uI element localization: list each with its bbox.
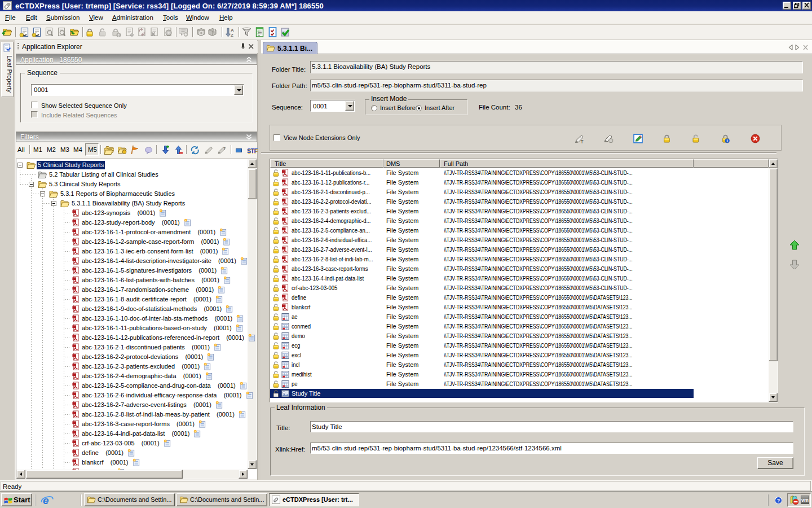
svg-text:?: ? (777, 498, 780, 503)
svg-text:Z: Z (231, 33, 233, 38)
svg-text:T: T (223, 146, 226, 151)
svg-text:i: i (727, 139, 728, 143)
svg-text:T: T (581, 139, 584, 144)
svg-text:A: A (231, 28, 234, 33)
